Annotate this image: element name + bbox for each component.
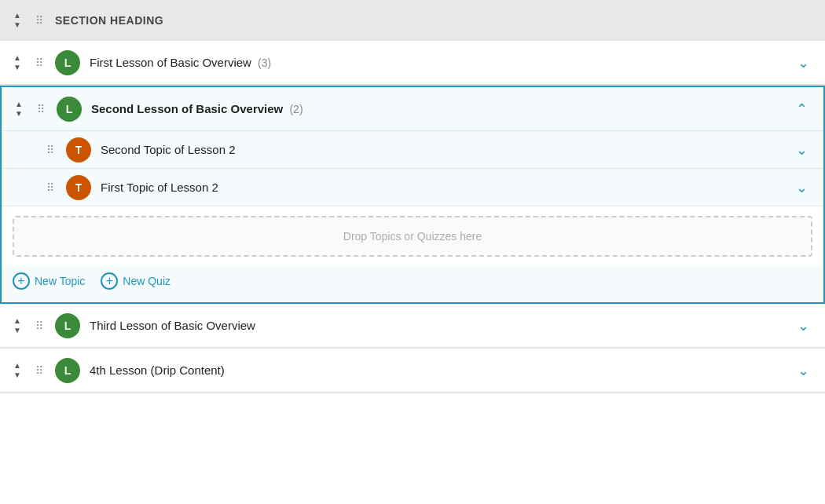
topic-2-2-drag-handle[interactable]: ⠿ (41, 181, 60, 194)
topic-2-1-expand-button[interactable]: ⌄ (790, 138, 814, 162)
lesson-4-chevron-up[interactable]: ▲ (13, 361, 21, 371)
drag-icon: ⠿ (37, 103, 46, 115)
lesson-3-block: ▲ ▼ ⠿ L Third Lesson of Basic Overview ⌄ (0, 304, 825, 349)
lesson-1-title: First Lesson of Basic Overview (3) (90, 56, 791, 69)
lesson-1-block: ▲ ▼ ⠿ L First Lesson of Basic Overview (… (0, 41, 825, 86)
lesson-1-chevrons[interactable]: ▲ ▼ (9, 53, 25, 72)
lesson-3-expand-button[interactable]: ⌄ (791, 314, 816, 338)
topic-2-2-title: First Topic of Lesson 2 (101, 181, 790, 194)
new-topic-plus-icon: + (13, 272, 30, 290)
section-title: SECTION HEADING (55, 14, 816, 27)
topic-2-1-title: Second Topic of Lesson 2 (101, 143, 790, 156)
section-drag-handle[interactable]: ⠿ (30, 14, 49, 27)
lesson-4-expand-button[interactable]: ⌄ (791, 359, 816, 382)
topic-2-2-row: ⠿ T First Topic of Lesson 2 ⌄ (2, 169, 823, 206)
topic-2-1-avatar: T (66, 137, 91, 163)
drag-icon: ⠿ (46, 144, 55, 156)
lesson-1-drag-handle[interactable]: ⠿ (30, 57, 49, 69)
lesson-2-chevrons[interactable]: ▲ ▼ (11, 100, 27, 119)
lesson-2-block: ▲ ▼ ⠿ L Second Lesson of Basic Overview … (0, 86, 825, 304)
lesson-4-block: ▲ ▼ ⠿ L 4th Lesson (Drip Content) ⌄ (0, 349, 825, 393)
topic-2-1-drag-handle[interactable]: ⠿ (41, 144, 60, 156)
new-quiz-button[interactable]: + New Quiz (101, 272, 170, 290)
lesson-2-row: ▲ ▼ ⠿ L Second Lesson of Basic Overview … (2, 87, 823, 131)
lesson-2-chevron-up[interactable]: ▲ (15, 100, 23, 109)
lesson-2-chevron-down[interactable]: ▼ (15, 109, 23, 119)
lesson-4-title: 4th Lesson (Drip Content) (90, 363, 791, 377)
drag-icon: ⠿ (35, 57, 44, 69)
lesson-1-avatar: L (55, 50, 80, 75)
lesson-3-drag-handle[interactable]: ⠿ (30, 320, 49, 332)
lesson-2-sub-rows: ⠿ T Second Topic of Lesson 2 ⌄ ⠿ T First… (2, 131, 823, 206)
lesson-4-row: ▲ ▼ ⠿ L 4th Lesson (Drip Content) ⌄ (0, 349, 825, 393)
lesson-1-row: ▲ ▼ ⠿ L First Lesson of Basic Overview (… (0, 41, 825, 85)
lesson-3-row: ▲ ▼ ⠿ L Third Lesson of Basic Overview ⌄ (0, 304, 825, 348)
lesson-3-chevron-up[interactable]: ▲ (13, 316, 21, 326)
lesson-3-chevron-down[interactable]: ▼ (13, 326, 21, 335)
lesson-3-chevrons[interactable]: ▲ ▼ (9, 316, 25, 335)
lesson-3-title: Third Lesson of Basic Overview (90, 319, 791, 332)
lesson-1-expand-button[interactable]: ⌄ (791, 51, 816, 75)
lesson-4-avatar: L (55, 358, 80, 383)
section-heading-row: ▲ ▼ ⠿ SECTION HEADING (0, 0, 825, 41)
lesson-4-chevron-down[interactable]: ▼ (13, 371, 21, 380)
drag-icon: ⠿ (35, 364, 44, 377)
drop-zone: Drop Topics or Quizzes here (13, 216, 812, 257)
topic-2-2-expand-button[interactable]: ⌄ (790, 176, 814, 199)
section-chevron-up[interactable]: ▲ (13, 11, 21, 20)
lesson-2-drag-handle[interactable]: ⠿ (31, 103, 50, 115)
new-topic-button[interactable]: + New Topic (13, 272, 85, 290)
drag-icon: ⠿ (35, 14, 44, 27)
drag-icon: ⠿ (35, 320, 44, 332)
lesson-2-title: Second Lesson of Basic Overview (2) (91, 102, 790, 115)
new-quiz-plus-icon: + (101, 272, 118, 290)
lesson-1-chevron-up[interactable]: ▲ (13, 53, 21, 63)
topic-2-1-row: ⠿ T Second Topic of Lesson 2 ⌄ (2, 131, 823, 169)
lesson-2-avatar: L (57, 97, 82, 122)
lesson-2-actions: + New Topic + New Quiz (2, 266, 823, 302)
lesson-4-drag-handle[interactable]: ⠿ (30, 364, 49, 377)
lesson-1-chevron-down[interactable]: ▼ (13, 63, 21, 72)
section-chevrons[interactable]: ▲ ▼ (9, 11, 25, 30)
section-chevron-down[interactable]: ▼ (13, 20, 21, 30)
lesson-2-collapse-button[interactable]: ⌃ (790, 97, 814, 121)
topic-2-2-avatar: T (66, 175, 91, 200)
drag-icon: ⠿ (46, 181, 55, 194)
lesson-3-avatar: L (55, 313, 80, 338)
lesson-4-chevrons[interactable]: ▲ ▼ (9, 361, 25, 380)
